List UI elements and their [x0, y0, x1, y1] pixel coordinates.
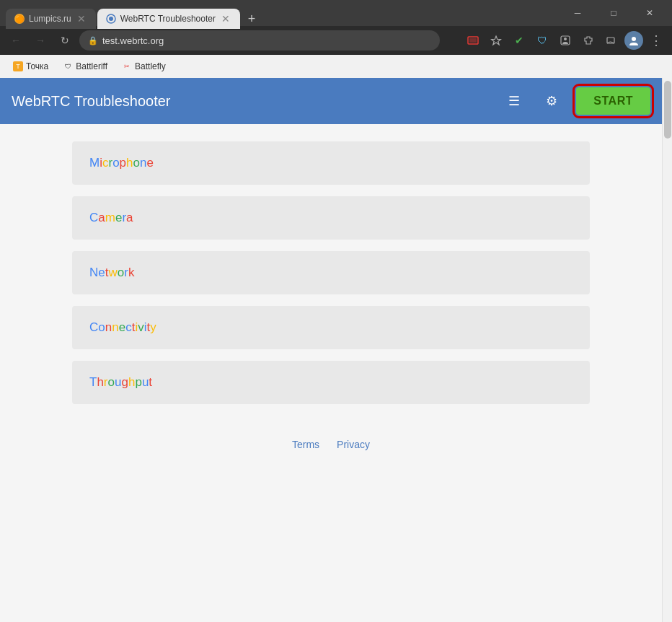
bookmark-tochka-label: Точка: [26, 61, 48, 71]
test-item-network[interactable]: Network: [72, 251, 590, 294]
svg-point-9: [632, 37, 636, 41]
throughput-label: Throughput: [89, 375, 572, 390]
maximize-button[interactable]: □: [597, 2, 630, 24]
lock-icon: 🔒: [88, 36, 98, 45]
tab-webrtc-label: WebRTC Troubleshooter: [120, 14, 216, 24]
window-controls: ─ □ ✕: [561, 2, 666, 24]
url-bar[interactable]: 🔒 test.webrtc.org: [79, 30, 440, 51]
bookmarks-bar: T Точка 🛡 Battleriff ✂ Battlefly: [0, 55, 672, 78]
tab-lumpics[interactable]: 🟠 Lumpics.ru ✕: [6, 9, 96, 29]
bookmark-battleriff-label: Battleriff: [76, 61, 107, 71]
test-item-throughput[interactable]: Throughput: [72, 361, 590, 404]
camera-label: Camera: [89, 211, 572, 225]
tabs-area: 🟠 Lumpics.ru ✕ WebRTC Troubleshooter ✕ +: [6, 0, 561, 26]
page-content: WebRTC Troubleshooter ☰ ⚙ START Micropho…: [0, 78, 662, 622]
tab-lumpics-close[interactable]: ✕: [76, 13, 87, 25]
app-title: WebRTC Troubleshooter: [12, 93, 490, 110]
test-item-microphone[interactable]: Microphone: [72, 141, 590, 185]
tab-webrtc-close[interactable]: ✕: [220, 13, 231, 25]
scrollbar-thumb[interactable]: [664, 81, 671, 139]
bookmark-tochka[interactable]: T Точка: [9, 60, 53, 73]
svg-point-6: [564, 38, 567, 40]
tab-lumpics-label: Lumpics.ru: [29, 14, 71, 24]
back-button[interactable]: ←: [6, 30, 26, 51]
browser-window: 🟠 Lumpics.ru ✕ WebRTC Troubleshooter ✕ +: [0, 0, 672, 622]
menu-icon[interactable]: ⋮: [646, 30, 666, 51]
cast-icon[interactable]: [601, 30, 622, 51]
battlefly-favicon: ✂: [122, 61, 132, 71]
extension-check-icon[interactable]: ✔: [509, 30, 529, 51]
address-bar: ← → ↻ 🔒 test.webrtc.org ✔ 🛡: [0, 26, 672, 55]
extensions-icon[interactable]: [578, 30, 598, 51]
connectivity-label: Connectivity: [89, 320, 572, 335]
svg-point-1: [109, 17, 113, 21]
bookmark-star-icon[interactable]: [486, 30, 506, 51]
page-wrapper: WebRTC Troubleshooter ☰ ⚙ START Micropho…: [0, 78, 672, 622]
profile-icon[interactable]: [555, 30, 575, 51]
network-label: Network: [89, 266, 572, 280]
title-bar: 🟠 Lumpics.ru ✕ WebRTC Troubleshooter ✕ +: [0, 0, 672, 26]
lumpics-favicon: 🟠: [14, 14, 25, 24]
webrtc-favicon: [106, 14, 116, 24]
app-header: WebRTC Troubleshooter ☰ ⚙ START: [0, 78, 662, 124]
svg-rect-3: [469, 38, 477, 43]
page-footer: Terms Privacy: [0, 421, 662, 468]
terms-link[interactable]: Terms: [292, 439, 319, 450]
browser-toolbar: ✔ 🛡: [463, 30, 666, 51]
minimize-button[interactable]: ─: [561, 2, 594, 24]
forward-button[interactable]: →: [30, 30, 50, 51]
battleriff-favicon: 🛡: [63, 61, 73, 71]
test-item-connectivity[interactable]: Connectivity: [72, 306, 590, 349]
bookmark-battlefly[interactable]: ✂ Battlefly: [118, 60, 170, 73]
settings-button[interactable]: ⚙: [539, 88, 565, 114]
hamburger-menu-button[interactable]: ☰: [501, 88, 527, 114]
close-button[interactable]: ✕: [633, 2, 666, 24]
privacy-link[interactable]: Privacy: [337, 439, 370, 450]
new-tab-button[interactable]: +: [242, 9, 262, 29]
svg-marker-4: [492, 36, 501, 45]
url-text: test.webrtc.org: [102, 35, 164, 46]
tochka-favicon: T: [13, 61, 23, 71]
tab-webrtc[interactable]: WebRTC Troubleshooter ✕: [97, 9, 240, 29]
test-item-camera[interactable]: Camera: [72, 196, 590, 240]
scrollbar-track[interactable]: [662, 78, 672, 622]
bookmark-battleriff[interactable]: 🛡 Battleriff: [58, 60, 112, 73]
start-button[interactable]: START: [576, 87, 650, 115]
shield-icon[interactable]: 🛡: [532, 30, 552, 51]
user-avatar[interactable]: [624, 31, 643, 50]
microphone-label: Microphone: [89, 156, 572, 170]
screen-capture-icon[interactable]: [463, 30, 483, 51]
refresh-button[interactable]: ↻: [55, 30, 75, 51]
bookmark-battlefly-label: Battlefly: [135, 61, 166, 71]
main-content: Microphone Camera Network: [0, 124, 662, 421]
